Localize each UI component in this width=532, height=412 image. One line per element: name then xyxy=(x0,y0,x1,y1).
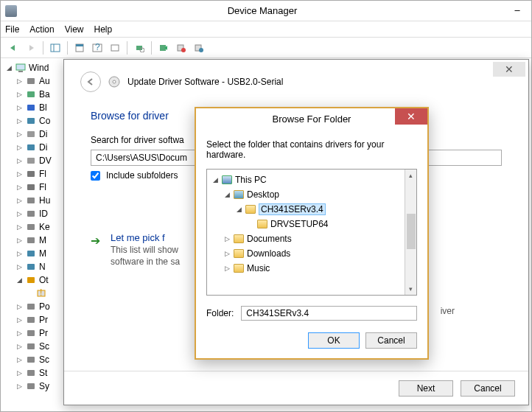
expand-icon[interactable]: ▷ xyxy=(15,383,23,390)
uninstall-button[interactable] xyxy=(173,40,189,56)
expand-icon[interactable]: ▷ xyxy=(15,356,23,363)
folder-icon xyxy=(234,234,244,243)
window-button[interactable] xyxy=(107,40,123,56)
bff-titlebar[interactable]: Browse For Folder ✕ xyxy=(196,108,427,129)
menu-help[interactable]: Help xyxy=(94,24,113,35)
svg-rect-34 xyxy=(27,304,35,310)
uds-close-button[interactable]: ✕ xyxy=(493,62,525,77)
svg-rect-17 xyxy=(27,91,35,97)
properties-button[interactable] xyxy=(71,40,88,56)
expand-icon[interactable]: ▷ xyxy=(15,210,23,217)
scroll-down-icon[interactable]: ▾ xyxy=(405,283,416,295)
tree-item-label: Co xyxy=(39,116,50,126)
tree-node-this-pc[interactable]: ◢ This PC xyxy=(211,172,412,187)
expand-icon[interactable]: ▷ xyxy=(15,223,23,231)
letme-suffix: iver xyxy=(441,306,455,316)
tree-node-desktop[interactable]: ◢ Desktop xyxy=(223,187,412,202)
cancel-button[interactable]: Cancel xyxy=(461,380,515,397)
svg-rect-28 xyxy=(27,237,35,243)
expand-icon[interactable]: ▷ xyxy=(223,265,231,272)
scan-hardware-button[interactable] xyxy=(131,40,147,56)
sound-icon xyxy=(26,355,36,365)
disable-button[interactable] xyxy=(191,40,207,56)
expand-icon[interactable]: ▷ xyxy=(15,157,23,164)
tree-node-downloads[interactable]: ▷ Downloads xyxy=(223,246,412,261)
tree-node-selected[interactable]: ◢ CH341SERv3.4 xyxy=(235,202,412,217)
tree-node-drvsetup[interactable]: ▷ DRVSETUP64 xyxy=(247,217,412,231)
folder-icon xyxy=(257,220,267,228)
tree-item-label: N xyxy=(39,262,46,272)
expand-icon[interactable]: ▷ xyxy=(15,263,23,270)
expand-icon[interactable]: ▷ xyxy=(15,77,23,85)
expand-icon[interactable]: ▷ xyxy=(15,343,23,350)
scroll-thumb[interactable] xyxy=(407,214,416,249)
arrow-right-icon: ➔ xyxy=(91,234,100,267)
expand-icon[interactable]: ▷ xyxy=(15,117,23,125)
expand-icon[interactable]: ▷ xyxy=(223,250,231,257)
forward-button[interactable] xyxy=(23,40,39,56)
show-hide-tree-button[interactable] xyxy=(47,40,63,56)
tree-node-music[interactable]: ▷ Music xyxy=(223,261,412,276)
back-button[interactable] xyxy=(80,71,101,92)
mouse-icon xyxy=(26,235,36,245)
svg-point-42 xyxy=(113,80,116,83)
expand-icon[interactable]: ▷ xyxy=(15,184,23,191)
collapse-icon[interactable]: ◢ xyxy=(223,191,231,198)
menu-action[interactable]: Action xyxy=(29,24,54,35)
pc-icon xyxy=(222,175,232,184)
expand-icon[interactable]: ▷ xyxy=(15,130,23,138)
help-button[interactable]: ? xyxy=(89,40,105,56)
folder-input[interactable] xyxy=(241,306,417,321)
collapse-icon[interactable]: ◢ xyxy=(5,64,13,71)
tree-item-label: St xyxy=(39,368,47,378)
dm-titlebar[interactable]: Device Manager － xyxy=(1,1,531,21)
next-button[interactable]: Next xyxy=(399,380,453,397)
tree-node-documents[interactable]: ▷ Documents xyxy=(223,231,412,246)
scroll-up-icon[interactable]: ▴ xyxy=(405,170,416,181)
network-icon xyxy=(26,262,36,272)
update-driver-button[interactable] xyxy=(155,40,172,56)
expand-icon[interactable]: ▷ xyxy=(223,235,231,242)
tree-item-label: DV xyxy=(39,156,52,166)
processor-icon xyxy=(26,328,36,338)
expand-icon[interactable]: ▷ xyxy=(15,303,23,310)
tree-item-label: Au xyxy=(39,76,50,86)
expand-icon[interactable]: ▷ xyxy=(15,144,23,151)
expand-icon[interactable]: ▷ xyxy=(15,170,23,178)
scrollbar[interactable]: ▴ ▾ xyxy=(405,170,416,295)
tree-item-label: Di xyxy=(39,129,47,139)
bff-cancel-button[interactable]: Cancel xyxy=(365,332,417,349)
folder-tree[interactable]: ◢ This PC ◢ Desktop ◢ CH341SERv3.4 xyxy=(206,169,417,296)
expand-icon[interactable]: ▷ xyxy=(15,237,23,244)
expand-icon[interactable]: ▷ xyxy=(15,369,23,377)
bff-instruction: Select the folder that contains drivers … xyxy=(206,139,417,160)
tree-item-label: M xyxy=(39,235,46,245)
tree-item-label: Hu xyxy=(39,195,50,206)
minimize-icon[interactable]: － xyxy=(508,3,527,18)
expand-icon[interactable]: ▷ xyxy=(15,91,23,98)
collapse-icon[interactable]: ◢ xyxy=(211,176,219,184)
expand-icon[interactable]: ◢ xyxy=(15,276,23,284)
svg-rect-26 xyxy=(27,211,35,217)
software-icon xyxy=(26,341,36,352)
svg-rect-37 xyxy=(27,343,35,349)
computer-icon xyxy=(26,116,36,126)
expand-icon[interactable]: ▷ xyxy=(15,197,23,204)
menu-view[interactable]: View xyxy=(65,24,84,35)
folder-label: Folder: xyxy=(206,308,234,318)
expand-icon[interactable]: ▷ xyxy=(15,104,23,111)
unknown-device-icon: ! xyxy=(36,288,46,298)
svg-rect-39 xyxy=(27,370,35,376)
ok-button[interactable]: OK xyxy=(308,332,360,349)
collapse-icon[interactable]: ◢ xyxy=(235,206,242,213)
system-icon xyxy=(26,381,36,391)
bff-close-button[interactable]: ✕ xyxy=(395,108,427,125)
back-button[interactable] xyxy=(5,40,21,56)
selected-folder-label: CH341SERv3.4 xyxy=(259,203,326,215)
include-subfolders-checkbox[interactable] xyxy=(91,171,100,181)
expand-icon[interactable]: ▷ xyxy=(15,250,23,257)
ide-icon xyxy=(26,209,36,219)
expand-icon[interactable]: ▷ xyxy=(15,329,23,337)
expand-icon[interactable]: ▷ xyxy=(15,316,23,324)
menu-file[interactable]: File xyxy=(5,24,19,35)
